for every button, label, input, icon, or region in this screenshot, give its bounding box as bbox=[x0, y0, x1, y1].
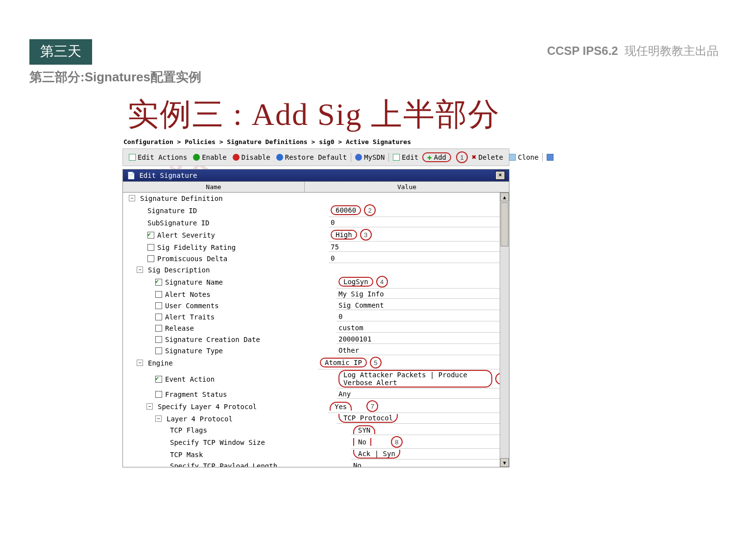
collapse-icon[interactable]: − bbox=[155, 415, 162, 422]
collapse-icon[interactable]: − bbox=[129, 195, 135, 201]
enable-button[interactable]: Enable bbox=[191, 153, 229, 161]
scroll-down-icon[interactable]: ▼ bbox=[500, 458, 509, 467]
checkbox-icon[interactable] bbox=[147, 255, 154, 262]
row-sig-desc[interactable]: −Sig Description bbox=[123, 264, 509, 275]
checkbox-icon[interactable] bbox=[155, 314, 162, 320]
annotation-5: 5 bbox=[370, 357, 382, 368]
save-button[interactable] bbox=[545, 154, 555, 161]
edit-actions-icon bbox=[129, 154, 136, 161]
delete-icon: ✖ bbox=[472, 154, 477, 160]
annotation-3: 3 bbox=[360, 229, 372, 241]
restore-icon bbox=[276, 154, 283, 161]
checkbox-icon[interactable] bbox=[147, 244, 154, 251]
checkbox-icon[interactable] bbox=[155, 291, 162, 298]
author-note: 现任明教教主出品 bbox=[625, 44, 719, 57]
disable-icon bbox=[233, 154, 240, 161]
col-value: Value bbox=[305, 182, 509, 192]
grid-body: −Signature Definition Signature ID600602… bbox=[123, 193, 509, 467]
row-alert-notes[interactable]: Alert NotesMy Sig Info bbox=[123, 289, 509, 300]
breadcrumb: Configuration > Policies > Signature Def… bbox=[122, 136, 509, 148]
scroll-thumb[interactable] bbox=[501, 202, 508, 246]
row-sig-def[interactable]: −Signature Definition bbox=[123, 193, 509, 204]
checkbox-icon[interactable] bbox=[155, 302, 162, 309]
edit-actions-button[interactable]: Edit Actions bbox=[127, 153, 189, 161]
add-icon: ✚ bbox=[427, 154, 432, 160]
row-sig-cdate[interactable]: Signature Creation Date20000101 bbox=[123, 334, 509, 345]
row-alert-traits[interactable]: Alert Traits0 bbox=[123, 311, 509, 322]
row-engine[interactable]: −EngineAtomic IP5 bbox=[123, 356, 509, 369]
collapse-icon[interactable]: − bbox=[137, 267, 143, 273]
clone-icon bbox=[509, 154, 516, 161]
dialog-titlebar: 📄 Edit Signature × bbox=[122, 169, 509, 182]
scroll-up-icon[interactable]: ▲ bbox=[500, 193, 509, 201]
slide-title: 实例三 : Add Sig 上半部分 bbox=[127, 93, 500, 136]
annotation-1: 1 bbox=[456, 151, 468, 163]
section-subtitle: 第三部分:Signatures配置实例 bbox=[29, 69, 201, 86]
checkbox-icon[interactable] bbox=[155, 336, 162, 343]
toolbar: Edit Actions Enable Disable Restore Defa… bbox=[122, 148, 509, 166]
annotation-8: 8 bbox=[391, 436, 403, 448]
day-tag: 第三天 bbox=[29, 39, 92, 65]
dialog-title: Edit Signature bbox=[139, 171, 197, 179]
row-frag[interactable]: Fragment StatusAny bbox=[123, 389, 509, 400]
mysdn-button[interactable]: MySDN bbox=[353, 153, 386, 161]
edit-button[interactable]: Edit bbox=[391, 153, 420, 161]
disable-button[interactable]: Disable bbox=[231, 153, 272, 161]
checkbox-icon[interactable] bbox=[155, 279, 162, 286]
vertical-scrollbar[interactable]: ▲ ▼ bbox=[500, 193, 509, 467]
annotation-2: 2 bbox=[364, 204, 376, 216]
annotation-7: 7 bbox=[366, 400, 378, 412]
row-alert-sev[interactable]: Alert SeverityHigh3 bbox=[123, 228, 509, 242]
slide-header: 第三天 第三部分:Signatures配置实例 bbox=[29, 39, 201, 86]
row-sig-id[interactable]: Signature ID600602 bbox=[123, 204, 509, 217]
clone-button[interactable]: Clone bbox=[507, 153, 540, 161]
checkbox-icon[interactable] bbox=[147, 232, 154, 239]
grid-header: Name Value bbox=[123, 182, 509, 193]
checkbox-icon[interactable] bbox=[155, 347, 162, 354]
add-button[interactable]: ✚Add bbox=[422, 152, 451, 162]
mysdn-icon bbox=[355, 154, 362, 161]
row-sub-id[interactable]: SubSignature ID0 bbox=[123, 217, 509, 228]
row-spec-win[interactable]: Specify TCP Window SizeNo8 bbox=[123, 436, 509, 449]
checkbox-icon[interactable] bbox=[155, 376, 162, 383]
collapse-icon[interactable]: − bbox=[146, 403, 153, 410]
row-event-action[interactable]: Event ActionLog Attacker Packets | Produ… bbox=[123, 369, 509, 389]
property-grid: Name Value −Signature Definition Signatu… bbox=[122, 182, 509, 467]
screenshot-panel: Configuration > Policies > Signature Def… bbox=[122, 136, 509, 467]
restore-button[interactable]: Restore Default bbox=[274, 153, 349, 161]
annotation-4: 4 bbox=[376, 276, 388, 288]
col-name: Name bbox=[123, 182, 305, 192]
row-spec-l4[interactable]: −Specify Layer 4 ProtocolYes7 bbox=[123, 400, 509, 413]
row-user-comm[interactable]: User CommentsSig Comment bbox=[123, 300, 509, 311]
save-icon bbox=[547, 154, 554, 161]
close-button[interactable]: × bbox=[495, 171, 505, 180]
course-code: CCSP IPS6.2 bbox=[547, 44, 618, 57]
row-spec-pay[interactable]: Specify TCP Payload LengthNo bbox=[123, 460, 509, 467]
delete-button[interactable]: ✖Delete bbox=[470, 153, 505, 161]
collapse-icon[interactable]: − bbox=[137, 360, 143, 366]
row-sig-type[interactable]: Signature TypeOther bbox=[123, 345, 509, 356]
checkbox-icon[interactable] bbox=[155, 325, 162, 332]
dialog-icon: 📄 bbox=[127, 171, 135, 179]
row-tcp-flags[interactable]: TCP FlagsSYN bbox=[123, 424, 509, 436]
row-sfr[interactable]: Sig Fidelity Rating75 bbox=[123, 242, 509, 253]
row-l4proto[interactable]: −Layer 4 ProtocolTCP Protocol bbox=[123, 413, 509, 424]
row-release[interactable]: Releasecustom bbox=[123, 322, 509, 334]
enable-icon bbox=[193, 154, 200, 161]
course-info: CCSP IPS6.2 现任明教教主出品 bbox=[547, 43, 719, 59]
edit-icon bbox=[393, 154, 400, 161]
row-sig-name[interactable]: Signature NameLogSyn4 bbox=[123, 275, 509, 289]
row-tcp-mask[interactable]: TCP MaskAck | Syn bbox=[123, 449, 509, 460]
checkbox-icon[interactable] bbox=[155, 391, 162, 398]
row-prom[interactable]: Promiscuous Delta0 bbox=[123, 253, 509, 264]
